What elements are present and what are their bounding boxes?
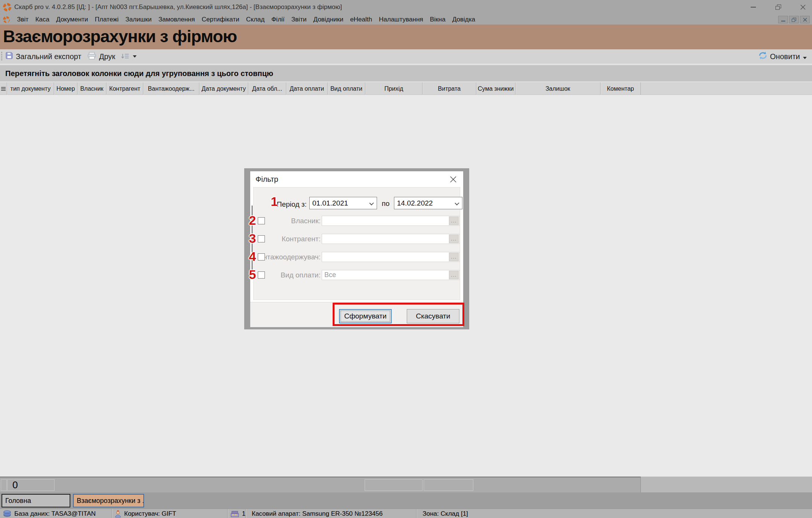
list-options-button[interactable] xyxy=(118,51,140,62)
page-header-band: Взаєморозрахунки з фірмою xyxy=(0,25,812,49)
dialog-titlebar[interactable]: Фільтр xyxy=(250,171,463,187)
column-header-label: тип документу xyxy=(11,85,51,92)
filter-row-input[interactable]: ... xyxy=(322,252,459,262)
filter-row: Власник:... xyxy=(250,215,461,226)
annotation-number: 4 xyxy=(247,249,258,264)
database-icon xyxy=(3,510,11,517)
column-header[interactable]: Вантажоодерж... xyxy=(143,82,199,95)
tab-label: Головна xyxy=(5,497,31,505)
filter-row: антажоодержувач:... xyxy=(250,251,461,262)
print-label: Друк xyxy=(99,52,115,61)
minimize-icon[interactable] xyxy=(750,3,757,11)
dialog-title: Фільтр xyxy=(255,175,278,184)
restore-icon[interactable] xyxy=(774,3,782,11)
menu-item[interactable]: Довідники xyxy=(310,16,347,23)
sort-list-icon xyxy=(121,52,129,61)
checkbox[interactable] xyxy=(258,235,265,242)
menu-item[interactable]: Звіти xyxy=(288,16,310,23)
column-header[interactable]: Дата документу xyxy=(199,82,248,95)
column-header[interactable]: Сума знижки xyxy=(476,82,515,95)
status-section: 1 xyxy=(227,509,245,518)
window-controls xyxy=(750,0,807,14)
browse-button[interactable]: ... xyxy=(449,271,459,279)
menu-item[interactable]: eHealth xyxy=(347,16,376,23)
menu-item[interactable]: Філії xyxy=(268,16,288,23)
column-header-label: Номер xyxy=(56,85,75,92)
printer-icon xyxy=(87,52,96,61)
column-header[interactable]: Власник xyxy=(78,82,106,95)
filter-row: Контрагент:... xyxy=(250,233,461,244)
export-button[interactable]: Загальний експорт xyxy=(2,51,84,62)
child-close-icon[interactable] xyxy=(800,16,810,23)
user-icon xyxy=(115,510,121,518)
status-text: База даних: TASA3@TITAN xyxy=(14,510,96,518)
checkbox[interactable] xyxy=(258,217,265,224)
column-header[interactable]: Вид оплати xyxy=(328,82,365,95)
filter-row-input[interactable]: ... xyxy=(322,234,459,244)
browse-button[interactable]: ... xyxy=(449,235,459,243)
column-header[interactable]: Витрата xyxy=(423,82,476,95)
footer-cell xyxy=(365,479,423,491)
filter-row-input[interactable]: ... xyxy=(322,216,459,226)
dialog-close-icon[interactable] xyxy=(445,173,461,186)
column-header-label: Прихід xyxy=(384,85,403,92)
column-header-label: Вид оплати xyxy=(330,85,362,92)
tabs-bar: Головна Взаєморозрахунки з ... xyxy=(0,492,812,509)
child-restore-icon[interactable] xyxy=(789,16,799,23)
menu-item[interactable]: Залишки xyxy=(122,16,155,23)
refresh-button[interactable]: Оновити xyxy=(758,49,807,64)
filter-row: Вид оплати:Все... xyxy=(250,270,461,280)
column-header[interactable]: Контрагент xyxy=(106,82,143,95)
column-header-label: Дата обл... xyxy=(252,85,282,92)
status-text: Користувач: GIFT xyxy=(124,510,176,518)
column-header-label: Дата документу xyxy=(202,85,246,92)
filter-row-input[interactable]: Все... xyxy=(322,270,459,280)
column-header-label: Контрагент xyxy=(109,85,140,92)
menu-item[interactable]: Звіт xyxy=(14,16,32,23)
menu-item[interactable]: Платежі xyxy=(91,16,122,23)
menu-item[interactable]: Каса xyxy=(32,16,53,23)
column-header[interactable]: Прихід xyxy=(365,82,423,95)
status-section: Зона: Склад [1] xyxy=(416,509,642,518)
app-logo-icon xyxy=(3,3,11,11)
tab-golovna[interactable]: Головна xyxy=(2,494,70,507)
refresh-icon xyxy=(758,51,768,62)
child-minimize-icon[interactable] xyxy=(778,16,788,23)
group-by-bar[interactable]: Перетягніть заголовок колонки сюди для у… xyxy=(0,65,812,81)
menu-item[interactable]: Налаштування xyxy=(376,16,427,23)
browse-button[interactable]: ... xyxy=(449,253,459,261)
annotation-number: 3 xyxy=(247,231,258,246)
chevron-down-icon xyxy=(369,201,374,205)
browse-button[interactable]: ... xyxy=(449,216,459,225)
menu-item[interactable]: Сертифікати xyxy=(198,16,243,23)
column-header[interactable]: тип документу xyxy=(7,82,54,95)
annotation-number: 1 xyxy=(269,194,280,209)
column-header-label: Залишок xyxy=(546,85,570,92)
column-header[interactable]: Коментар xyxy=(601,82,641,95)
export-label: Загальний експорт xyxy=(16,52,81,61)
column-header[interactable] xyxy=(0,82,7,95)
grid-header: тип документуНомерВласникКонтрагентВанта… xyxy=(0,82,812,95)
toolbar: Загальний експорт Друк Оновит xyxy=(0,49,812,64)
close-icon[interactable] xyxy=(799,3,807,11)
chevron-down-icon xyxy=(455,201,459,205)
menu-item[interactable]: Замовлення xyxy=(155,16,198,23)
tab-vzaemorozrahunky[interactable]: Взаєморозрахунки з ... xyxy=(73,494,144,507)
menu-item[interactable]: Склад xyxy=(243,16,268,23)
period-to-select[interactable]: 14.02.2022 xyxy=(394,197,462,209)
column-header[interactable]: Номер xyxy=(54,82,78,95)
checkbox[interactable] xyxy=(258,253,265,261)
column-header[interactable]: Дата оплати xyxy=(286,82,328,95)
period-from-select[interactable]: 01.01.2021 xyxy=(309,197,377,209)
menu-item[interactable]: Довідка xyxy=(449,16,479,23)
period-to-label: по xyxy=(380,199,392,208)
tab-label: Взаєморозрахунки з ... xyxy=(77,497,144,505)
list-icon xyxy=(1,87,6,91)
status-section: Касовий апарат: Samsung ER-350 №123456 xyxy=(245,509,416,518)
column-header[interactable]: Дата обл... xyxy=(248,82,286,95)
checkbox[interactable] xyxy=(258,271,265,279)
print-button[interactable]: Друк xyxy=(84,51,118,62)
menu-item[interactable]: Вікна xyxy=(427,16,449,23)
column-header[interactable]: Залишок xyxy=(515,82,601,95)
menu-item[interactable]: Документи xyxy=(53,16,91,23)
